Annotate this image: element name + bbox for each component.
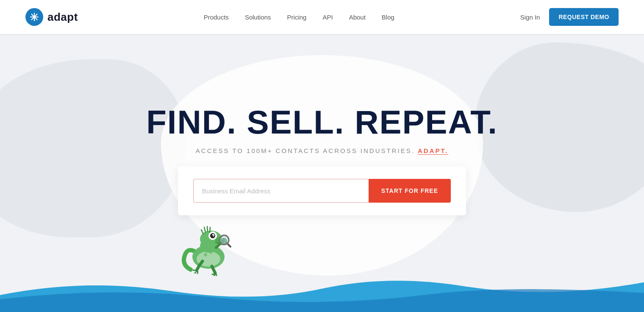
svg-point-17 bbox=[210, 251, 212, 254]
hero-content: FIND. SELL. REPEAT. ACCESS TO 100M+ CONT… bbox=[146, 105, 498, 216]
start-free-button[interactable]: START FOR FREE bbox=[369, 179, 451, 203]
sign-in-link[interactable]: Sign In bbox=[520, 14, 540, 21]
hero-section: FIND. SELL. REPEAT. ACCESS TO 100M+ CONT… bbox=[0, 34, 644, 312]
email-input[interactable] bbox=[193, 179, 369, 203]
hero-subtitle-text: ACCESS TO 100M+ CONTACTS ACROSS INDUSTRI… bbox=[196, 147, 415, 154]
nav-item-solutions[interactable]: Solutions bbox=[245, 14, 271, 21]
hero-subtitle: ACCESS TO 100M+ CONTACTS ACROSS INDUSTRI… bbox=[196, 147, 448, 154]
nav-item-pricing[interactable]: Pricing bbox=[287, 14, 307, 21]
svg-point-16 bbox=[204, 253, 207, 256]
svg-point-13 bbox=[212, 235, 214, 237]
nav-item-about[interactable]: About bbox=[349, 14, 366, 21]
blob-right bbox=[475, 42, 644, 212]
nav-item-products[interactable]: Products bbox=[204, 14, 229, 21]
nav-links: Products Solutions Pricing API About Blo… bbox=[204, 14, 394, 21]
email-form-container: START FOR FREE bbox=[178, 166, 466, 215]
svg-point-18 bbox=[207, 259, 210, 262]
request-demo-button[interactable]: REQUEST DEMO bbox=[549, 8, 619, 26]
logo[interactable]: adapt bbox=[25, 8, 78, 26]
nav-actions: Sign In REQUEST DEMO bbox=[520, 8, 619, 26]
hero-adapt-highlight: ADAPT. bbox=[418, 147, 448, 154]
navbar: adapt Products Solutions Pricing API Abo… bbox=[0, 0, 644, 34]
chameleon-mascot bbox=[178, 214, 233, 274]
hero-title: FIND. SELL. REPEAT. bbox=[146, 105, 498, 140]
wave-bottom bbox=[0, 274, 644, 312]
svg-point-15 bbox=[219, 235, 229, 245]
nav-item-api[interactable]: API bbox=[322, 14, 333, 21]
logo-icon bbox=[25, 8, 43, 26]
nav-item-blog[interactable]: Blog bbox=[382, 14, 394, 21]
logo-text: adapt bbox=[47, 11, 78, 24]
